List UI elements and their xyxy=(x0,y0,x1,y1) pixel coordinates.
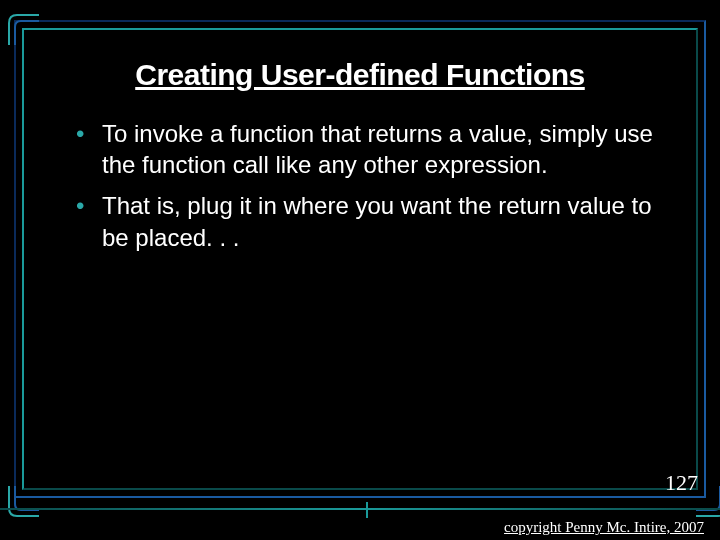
slide: Creating User-defined Functions To invok… xyxy=(0,0,720,540)
slide-title: Creating User-defined Functions xyxy=(60,58,660,92)
corner-ornament-bl xyxy=(7,484,41,518)
slide-body: To invoke a function that returns a valu… xyxy=(72,118,662,263)
corner-ornament-tl xyxy=(7,13,41,47)
bottom-tick xyxy=(366,502,368,518)
bottom-divider xyxy=(0,508,720,510)
bullet-item: That is, plug it in where you want the r… xyxy=(72,190,662,252)
copyright-text: copyright Penny Mc. Intire, 2007 xyxy=(504,519,704,536)
bullet-item: To invoke a function that returns a valu… xyxy=(72,118,662,180)
page-number: 127 xyxy=(665,470,698,496)
